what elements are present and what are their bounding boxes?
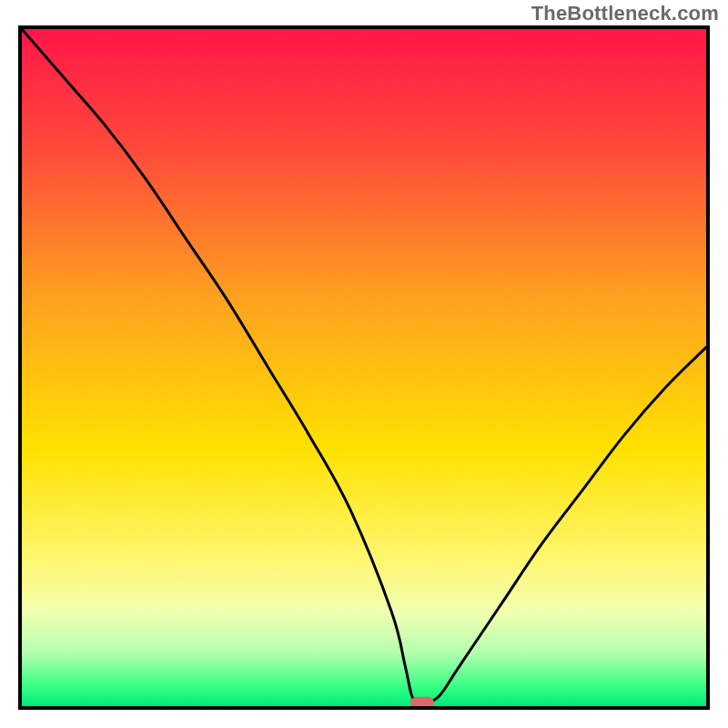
gradient-background xyxy=(22,29,706,706)
plot-frame xyxy=(18,25,710,710)
watermark-text: TheBottleneck.com xyxy=(531,2,719,25)
plot-svg xyxy=(18,25,710,710)
chart-container: TheBottleneck.com xyxy=(0,0,728,728)
